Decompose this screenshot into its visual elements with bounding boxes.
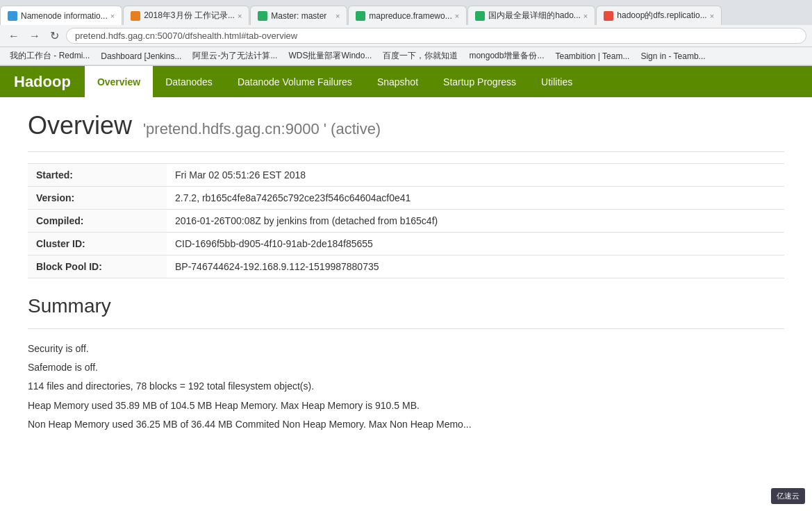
page-header: Overview 'pretend.hdfs.gag.cn:9000 ' (ac…: [28, 111, 784, 140]
reload-button[interactable]: ↻: [47, 28, 62, 44]
bookmark-signin[interactable]: Sign in - Teamb...: [636, 50, 709, 62]
bookmark-baidu[interactable]: 百度一下，你就知道: [379, 49, 462, 63]
bookmark-teambition[interactable]: Teambition | Team...: [551, 50, 633, 62]
main-content: Overview 'pretend.hdfs.gag.cn:9000 ' (ac…: [0, 97, 812, 449]
tab-favicon-mapreduce: [356, 11, 365, 21]
bookmark-wds[interactable]: WDS批量部署Windo...: [284, 49, 376, 63]
tab-favicon-worklog: [131, 11, 140, 21]
summary-divider: [28, 328, 784, 329]
bookmark-workstation[interactable]: 我的工作台 - Redmi...: [6, 49, 94, 63]
tab-close-dfs-replication[interactable]: ×: [710, 12, 714, 20]
table-row-started: Started: Fri Mar 02 05:51:26 EST 2018: [28, 164, 784, 187]
tab-favicon-master: [258, 11, 267, 21]
table-value-started: Fri Mar 02 05:51:26 EST 2018: [167, 164, 784, 187]
tab-label-hadoop-detail: 国内最全最详细的hado...: [488, 10, 581, 22]
address-bar-row: ← → ↻: [0, 25, 812, 47]
table-value-compiled: 2016-01-26T00:08Z by jenkins from (detac…: [167, 210, 784, 233]
table-label-version: Version:: [28, 187, 167, 210]
tab-worklog[interactable]: 2018年3月份 工作记录... ×: [123, 6, 249, 25]
summary-title: Summary: [28, 295, 784, 317]
nav-item-snapshot[interactable]: Snapshot: [365, 66, 431, 97]
tab-close-mapreduce[interactable]: ×: [455, 12, 459, 20]
tab-master[interactable]: Master: master ×: [250, 6, 347, 25]
tab-namenode[interactable]: Namenode informatio... ×: [0, 6, 122, 25]
summary-line-files: 114 files and directories, 78 blocks = 1…: [28, 378, 784, 395]
table-label-block-pool-id: Block Pool ID:: [28, 255, 167, 278]
browser-chrome: Namenode informatio... × 2018年3月份 工作记录..…: [0, 0, 812, 66]
tab-close-hadoop-detail[interactable]: ×: [583, 12, 588, 20]
table-label-compiled: Compiled:: [28, 210, 167, 233]
table-row-cluster-id: Cluster ID: CID-1696f5bb-d905-4f10-91ab-…: [28, 233, 784, 255]
bookmark-jenkins[interactable]: Dashboard [Jenkins...: [97, 50, 185, 62]
back-button[interactable]: ←: [6, 28, 22, 44]
title-divider: [28, 151, 784, 152]
table-value-block-pool-id: BP-746744624-192.168.9.112-1519987880735: [167, 255, 784, 278]
bookmark-mongodb[interactable]: mongodb增量备份...: [465, 49, 548, 63]
tab-label-worklog: 2018年3月份 工作记录...: [144, 10, 235, 22]
tab-close-worklog[interactable]: ×: [238, 12, 242, 20]
hadoop-nav: Hadoop Overview Datanodes Datanode Volum…: [0, 66, 812, 97]
info-table: Started: Fri Mar 02 05:51:26 EST 2018 Ve…: [28, 163, 784, 278]
table-label-started: Started:: [28, 164, 167, 187]
table-row-block-pool-id: Block Pool ID: BP-746744624-192.168.9.11…: [28, 255, 784, 278]
summary-line-security: Security is off.: [28, 340, 784, 358]
table-row-version: Version: 2.7.2, rb165c4fe8a74265c792ce23…: [28, 187, 784, 210]
tab-close-master[interactable]: ×: [335, 12, 340, 20]
table-value-cluster-id: CID-1696f5bb-d905-4f10-91ab-2de184f85655: [167, 233, 784, 255]
address-input[interactable]: [66, 28, 806, 44]
table-label-cluster-id: Cluster ID:: [28, 233, 167, 255]
tab-dfs-replication[interactable]: hadoop的dfs.replicatio... ×: [596, 6, 722, 25]
table-value-version: 2.7.2, rb165c4fe8a74265c792ce23f546c6460…: [167, 187, 784, 210]
tab-label-namenode: Namenode informatio...: [21, 11, 108, 21]
tab-close-namenode[interactable]: ×: [110, 12, 115, 20]
tab-label-dfs-replication: hadoop的dfs.replicatio...: [617, 10, 706, 22]
summary-line-safemode: Safemode is off.: [28, 359, 784, 376]
hadoop-logo: Hadoop: [0, 66, 85, 97]
nav-item-datanodes[interactable]: Datanodes: [153, 66, 225, 97]
tab-favicon-hadoop-detail: [475, 11, 485, 21]
nav-item-utilities[interactable]: Utilities: [529, 66, 585, 97]
bookmark-aliyun[interactable]: 阿里云-为了无法计算...: [188, 49, 281, 63]
tab-mapreduce[interactable]: mapreduce.framewo... ×: [348, 6, 467, 25]
forward-button[interactable]: →: [26, 28, 43, 44]
tab-favicon-namenode: [8, 11, 17, 21]
page-title: Overview: [28, 111, 132, 140]
bookmarks-bar: 我的工作台 - Redmi... Dashboard [Jenkins... 阿…: [0, 47, 812, 65]
tab-label-master: Master: master: [271, 11, 333, 21]
tab-bar: Namenode informatio... × 2018年3月份 工作记录..…: [0, 0, 812, 25]
tab-label-mapreduce: mapreduce.framewo...: [369, 11, 451, 21]
summary-line-nonheap: Non Heap Memory used 36.25 MB of 36.44 M…: [28, 416, 784, 433]
page-subtitle: 'pretend.hdfs.gag.cn:9000 ' (active): [143, 120, 381, 137]
summary-text: Security is off. Safemode is off. 114 fi…: [28, 340, 784, 433]
nav-item-overview[interactable]: Overview: [85, 66, 153, 97]
tab-favicon-dfs-replication: [604, 11, 613, 21]
nav-item-datanode-volume-failures[interactable]: Datanode Volume Failures: [225, 66, 365, 97]
summary-line-heap: Heap Memory used 35.89 MB of 104.5 MB He…: [28, 397, 784, 414]
nav-item-startup-progress[interactable]: Startup Progress: [431, 66, 529, 97]
tab-hadoop-detail[interactable]: 国内最全最详细的hado... ×: [467, 6, 595, 25]
table-row-compiled: Compiled: 2016-01-26T00:08Z by jenkins f…: [28, 210, 784, 233]
